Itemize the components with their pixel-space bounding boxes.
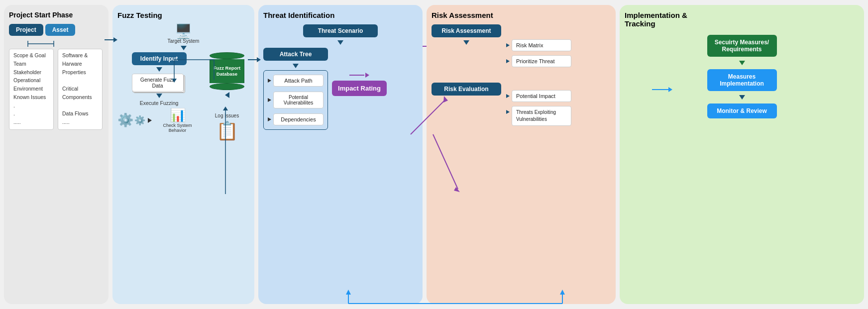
p5-content: Secuirty Measures/ Requirements Measures… (625, 35, 859, 118)
vulnerabilities-row: Potential Vulnerabilites (268, 92, 324, 108)
p1-col1: Scope & Goal Team Stakeholder Operationa… (9, 49, 54, 130)
p1-col2-item3: Properties (62, 69, 98, 77)
execute-fuzzing-container: Execute Fuzzing ⚙️ ⚙️ 📊 Check System Beh… (117, 100, 201, 133)
impact-incoming-arrow (423, 46, 427, 47)
p1-col1-item9: ..... (13, 118, 49, 126)
p3-threat-scenario-row: Threat Scenario (263, 24, 418, 37)
p3-lower: Attack Tree Attack Path Potential Vulner… (263, 48, 418, 130)
panel-implementation: Implementation & Tracking Secuirty Measu… (620, 5, 864, 304)
panel-project-start: Project Start Phase Project Asset Scope … (4, 5, 108, 304)
monitor-icon: 🖥️ (175, 24, 192, 38)
p2-content: 🖥️ Target System Identify Input Generate (117, 24, 249, 299)
security-measures-button[interactable]: Secuirty Measures/ Requirements (707, 35, 777, 57)
system-behavior-container: 📊 Check System Behavior (154, 107, 201, 133)
p1-col1-item6: Known Issues (13, 94, 49, 102)
p3-right: Impact Rating (332, 48, 387, 96)
risk-assessment-button[interactable]: Risk Assessment (432, 24, 501, 37)
arrow-to-potential-impact (506, 94, 510, 98)
check-system-label: Check System Behavior (154, 123, 201, 133)
purple-line-h (349, 75, 364, 76)
purple-connector (423, 46, 427, 47)
arrow-to-risk-matrix (506, 43, 510, 47)
generate-fuzz-container: Generate Fuzz Data (132, 74, 187, 92)
dependencies-box: Dependencies (273, 113, 324, 125)
prioritize-threat-box: Prioritize Threat (512, 55, 571, 67)
p1-col1-item5: Environment (13, 85, 49, 93)
p1-col1-item7: . (13, 102, 49, 110)
identify-input-button[interactable]: Identify Input (132, 52, 187, 65)
p4-content: Risk Assessment Risk Evaluation Risk Mat… (432, 24, 611, 126)
risk-matrix-row: Risk Matrix (506, 39, 571, 51)
dependencies-row: Dependencies (268, 113, 324, 125)
p1-col2-item9: ..... (62, 118, 98, 126)
gears-icon: ⚙️ (117, 112, 133, 128)
attack-path-box: Attack Path (273, 75, 324, 87)
p2-right-col: Fuzz ReportDatabase Log Issues 📋 (205, 52, 249, 141)
p3-sublist-box: Attack Path Potential Vulnerabilites Dep… (263, 70, 328, 130)
arrow-to-vuln (268, 98, 271, 102)
arrow-to-identify (181, 46, 187, 50)
panel-risk-assessment: Risk Assessment Risk Assessment Risk Eva… (427, 5, 616, 304)
arrow-db-to-identify (225, 92, 229, 98)
monitor-review-button[interactable]: Monitor & Review (707, 103, 777, 118)
target-system-label: Target System (168, 38, 200, 44)
chart-monitor-icon: 📊 (170, 107, 186, 123)
gear-small-icon: ⚙️ (134, 115, 145, 126)
p1-col1-item3: Stakeholder (13, 69, 49, 77)
p1-col2-item1: Software & (62, 52, 98, 60)
p2-left-col: Identify Input Generate Fuzz Data Execut… (117, 52, 201, 133)
log-issues-label: Log Issues (215, 113, 239, 118)
p2-middle: Identify Input Generate Fuzz Data Execut… (117, 52, 249, 141)
generate-fuzz-box: Generate Fuzz Data (132, 74, 184, 92)
db-body: Fuzz ReportDatabase (210, 59, 244, 83)
p1-connector-svg (9, 41, 108, 47)
execute-fuzzing-label: Execute Fuzzing (140, 100, 179, 106)
panel-2-title: Fuzz Testing (117, 11, 249, 19)
p1-col2-item2: Harware (62, 60, 98, 68)
db-top-ellipse (210, 52, 244, 59)
p1-col1-item1: Scope & Goal (13, 52, 49, 60)
p1-col2-item7 (62, 102, 98, 110)
p4-right-col: Risk Matrix Prioritize Threat Potential … (506, 39, 571, 126)
arrow-to-threats (506, 110, 510, 114)
prioritize-threat-row: Prioritize Threat (506, 55, 571, 67)
impact-rating-button[interactable]: Impact Rating (332, 81, 387, 96)
p1-col2-item8: Data Flows (62, 110, 98, 118)
arrow-mi-to-mr (739, 95, 745, 100)
p3-content: Threat Scenario Attack Tree Attack Path (263, 24, 418, 130)
arrow-to-prioritize (506, 59, 510, 63)
p1-col1-item8: . (13, 110, 49, 118)
p1-col1-item4: Operational (13, 77, 49, 85)
measures-impl-button[interactable]: Measures Implementation (707, 69, 777, 91)
p4-spacer (506, 71, 571, 86)
risk-matrix-box: Risk Matrix (512, 39, 571, 51)
p1-columns: Scope & Goal Team Stakeholder Operationa… (9, 49, 104, 130)
p2-target: 🖥️ Target System (168, 24, 200, 44)
threats-exploiting-box: Threats Exploiting Vulnerabilities (512, 106, 571, 126)
arrow-ts-to-at (337, 40, 343, 45)
panel-3-title: Threat Identification (263, 11, 418, 19)
p1-col2: Software & Harware Properties Critical C… (58, 49, 103, 130)
fuzz-db-label: Fuzz ReportDatabase (214, 65, 240, 78)
asset-button[interactable]: Asset (45, 24, 76, 36)
p1-col2-item6: Components (62, 94, 98, 102)
attack-tree-button[interactable]: Attack Tree (263, 48, 328, 61)
risk-evaluation-button[interactable]: Risk Evaluation (432, 83, 501, 96)
p1-col1-item2: Team (13, 60, 49, 68)
arrow-to-attack-path (268, 79, 271, 83)
gears-monitor-row: ⚙️ ⚙️ 📊 Check System Behavior (117, 107, 201, 133)
arrow-to-execute (156, 94, 162, 98)
potential-impact-box: Potential Impact (512, 90, 571, 102)
arrow-gears-to-monitor (148, 118, 152, 123)
purple-arrow-right (365, 73, 369, 78)
panel-fuzz-testing: Fuzz Testing 🖥️ Target System Identify I… (112, 5, 254, 304)
vulnerabilities-box: Potential Vulnerabilites (273, 92, 324, 108)
project-button[interactable]: Project (9, 24, 43, 36)
panel-threat-identification: Threat Identification Threat Scenario At… (258, 5, 423, 304)
p3-left: Attack Tree Attack Path Potential Vulner… (263, 48, 328, 130)
arrow-to-dep (268, 117, 271, 121)
p4-left-col: Risk Assessment Risk Evaluation (432, 24, 501, 126)
arrow-at-to-box (293, 64, 299, 68)
threat-scenario-button[interactable]: Threat Scenario (303, 24, 378, 37)
panel-1-title: Project Start Phase (9, 11, 104, 19)
